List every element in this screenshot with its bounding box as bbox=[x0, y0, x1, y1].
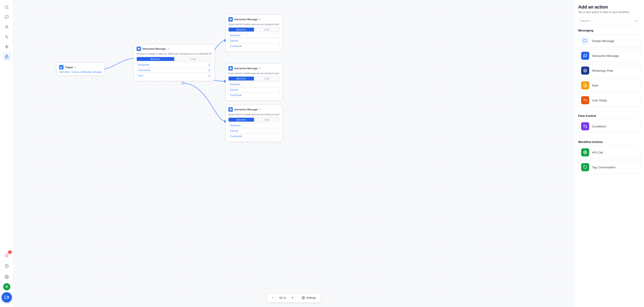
im3-option-1[interactable]: Downtown bbox=[228, 82, 280, 87]
note-label: Note bbox=[592, 84, 598, 87]
im4-option-3[interactable]: Countryside bbox=[228, 134, 280, 139]
sidebar-campaigns[interactable] bbox=[2, 42, 11, 51]
im3-icon: 💬 bbox=[228, 66, 233, 71]
im2-option-3[interactable]: Countryside bbox=[228, 44, 280, 49]
im1-option-1[interactable]: Residential bbox=[136, 63, 212, 67]
settings-gear-icon bbox=[302, 296, 305, 299]
im3-tab-buttons[interactable]: ▤Buttons bbox=[228, 77, 254, 81]
im4-tab-buttons[interactable]: ▤Buttons bbox=[228, 118, 254, 122]
api-call-label: API Call bbox=[592, 151, 603, 154]
im2-tab-buttons[interactable]: ▤Buttons bbox=[228, 28, 254, 32]
connections-svg bbox=[14, 0, 574, 307]
toolbar-divider bbox=[298, 295, 298, 300]
workflow-canvas[interactable]: ▶ Trigger ℹ Start when I receive a Whats… bbox=[14, 0, 574, 307]
im2-tabs: ▤Buttons ≡List bbox=[228, 28, 280, 32]
svg-point-4 bbox=[6, 55, 7, 56]
action-tag-conversation[interactable]: Tag Conversation bbox=[578, 161, 640, 174]
sidebar-bots[interactable] bbox=[2, 52, 11, 61]
search-input[interactable] bbox=[581, 19, 634, 23]
im4-option-1[interactable]: Downtown bbox=[228, 123, 280, 128]
svg-marker-2 bbox=[5, 45, 8, 49]
im4-tab-list[interactable]: ≡List bbox=[254, 118, 279, 122]
action-note[interactable]: Note bbox=[578, 79, 640, 92]
im1-option-2[interactable]: Commercial bbox=[136, 68, 212, 73]
zoom-meeting-btn[interactable] bbox=[2, 292, 12, 302]
settings-button[interactable]: Settings bbox=[300, 295, 318, 300]
im3-tab-list[interactable]: ≡List bbox=[254, 77, 279, 81]
help-icon[interactable] bbox=[2, 262, 11, 270]
svg-point-1 bbox=[6, 26, 8, 27]
im4-text: Great choice! In which area are you look… bbox=[228, 113, 280, 116]
conditions-icon bbox=[581, 122, 589, 130]
trigger-text: Start when I receive a WhatsApp message bbox=[59, 71, 102, 73]
im1-option-3[interactable]: Land bbox=[136, 73, 212, 78]
divider-1 bbox=[578, 111, 640, 112]
im1-text: Hi there! I'm happy to help you. What ty… bbox=[136, 52, 212, 56]
trigger-label: Trigger bbox=[65, 66, 73, 69]
im1-label: Interactive Message bbox=[142, 48, 166, 50]
interactive-message-icon bbox=[581, 52, 589, 60]
svg-rect-11 bbox=[4, 296, 7, 299]
im2-option-1[interactable]: Downtown bbox=[228, 33, 280, 38]
im1-tab-buttons[interactable]: ▤Buttons bbox=[137, 57, 174, 61]
svg-point-20 bbox=[635, 20, 637, 22]
sidebar-search[interactable] bbox=[2, 3, 11, 12]
svg-marker-23 bbox=[584, 69, 587, 71]
canvas-toolbar: − 55 % + Settings bbox=[267, 293, 321, 302]
im3-info-icon: ℹ bbox=[260, 67, 260, 70]
im3-option-3[interactable]: Countryside bbox=[228, 93, 280, 98]
sidebar-chat[interactable] bbox=[2, 13, 11, 22]
im1-icon: 💬 bbox=[136, 47, 141, 51]
user-reply-icon bbox=[581, 96, 589, 104]
trigger-node[interactable]: ▶ Trigger ℹ Start when I receive a Whats… bbox=[56, 63, 104, 76]
im4-label: Interactive Message bbox=[234, 108, 258, 111]
im3-option-2[interactable]: Suburbs bbox=[228, 87, 280, 92]
panel-subtitle: Set a next action to take in your workfl… bbox=[578, 11, 640, 14]
im2-tab-list[interactable]: ≡List bbox=[254, 28, 279, 32]
svg-marker-10 bbox=[8, 296, 9, 298]
im2-info-icon: ℹ bbox=[260, 18, 260, 21]
whatsapp-flow-label: WhatsApp Flow bbox=[592, 69, 613, 72]
action-simple-message[interactable]: Simple Message bbox=[578, 34, 640, 48]
im4-option-2[interactable]: Suburbs bbox=[228, 129, 280, 133]
im1-tabs: ▤Buttons ≡List bbox=[136, 57, 212, 61]
im2-text: Great choice! In which area are you look… bbox=[228, 23, 280, 26]
im3-text: Great choice! In which area are you look… bbox=[228, 72, 280, 75]
action-conditions[interactable]: Conditions bbox=[578, 120, 640, 133]
simple-message-icon bbox=[581, 37, 589, 45]
im-node-4[interactable]: 💬 Interactive Message ℹ Great choice! In… bbox=[226, 105, 282, 142]
im-node-1[interactable]: 💬 Interactive Message ℹ Hi there! I'm ha… bbox=[134, 44, 215, 81]
im2-option-2[interactable]: Suburbs bbox=[228, 39, 280, 43]
im3-label: Interactive Message bbox=[234, 67, 258, 70]
zoom-in-button[interactable]: + bbox=[290, 295, 296, 301]
im4-tabs: ▤Buttons ≡List bbox=[228, 118, 280, 122]
action-user-reply[interactable]: User Reply bbox=[578, 94, 640, 107]
search-icon bbox=[635, 19, 638, 23]
whatsapp-flow-icon bbox=[581, 67, 589, 75]
workflow-actions-section-label: Workflow Actions bbox=[578, 140, 640, 144]
svg-point-27 bbox=[584, 125, 585, 126]
user-avatar[interactable]: M bbox=[3, 283, 10, 290]
svg-rect-3 bbox=[5, 56, 8, 58]
zoom-out-button[interactable]: − bbox=[270, 295, 276, 301]
zoom-level: 55 % bbox=[278, 296, 288, 299]
divider-2 bbox=[578, 137, 640, 138]
settings-icon[interactable] bbox=[2, 272, 11, 281]
api-call-icon bbox=[581, 148, 589, 156]
messaging-section-label: Messaging bbox=[578, 29, 640, 32]
sidebar-contacts[interactable] bbox=[2, 23, 11, 32]
im2-icon: 💬 bbox=[228, 17, 233, 22]
action-whatsapp-flow[interactable]: WhatsApp Flow bbox=[578, 64, 640, 77]
interactive-message-label: Interactive Message bbox=[592, 54, 619, 58]
im-node-3[interactable]: 💬 Interactive Message ℹ Great choice! In… bbox=[226, 64, 282, 101]
conditions-label: Conditions bbox=[592, 125, 606, 128]
notification-badge-container: 8 bbox=[2, 251, 11, 260]
panel-title: Add an action bbox=[578, 5, 640, 10]
action-api-call[interactable]: API Call bbox=[578, 146, 640, 159]
right-panel: Add an action Set a next action to take … bbox=[574, 0, 644, 307]
svg-point-9 bbox=[6, 276, 7, 277]
im1-tab-list[interactable]: ≡List bbox=[174, 57, 212, 61]
sidebar-analytics[interactable] bbox=[2, 32, 11, 41]
action-interactive-message[interactable]: Interactive Message bbox=[578, 49, 640, 62]
im-node-2[interactable]: 💬 Interactive Message ℹ Great choice! In… bbox=[226, 15, 282, 52]
